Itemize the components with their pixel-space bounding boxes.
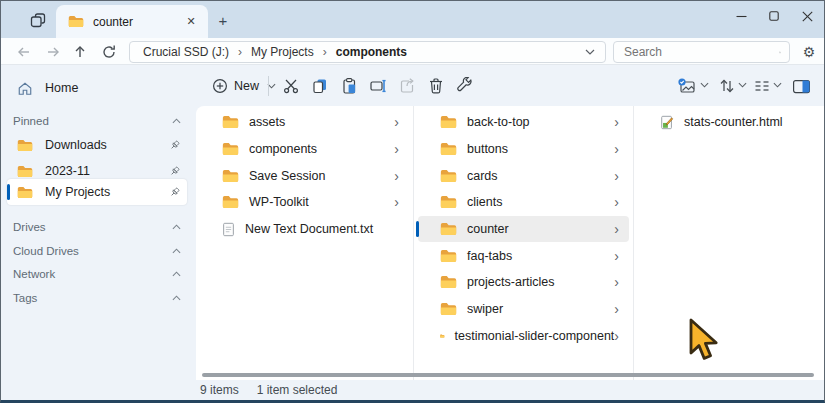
chevron-up-icon[interactable] <box>172 224 181 230</box>
breadcrumb-folder[interactable]: My Projects <box>251 45 314 59</box>
search-box[interactable] <box>613 41 790 63</box>
settings-gear-icon[interactable]: ⚙ <box>797 41 821 63</box>
refresh-button[interactable] <box>98 41 120 63</box>
mouse-cursor <box>687 318 721 366</box>
folder-icon <box>440 275 457 289</box>
file-row[interactable]: New Text Document.txt <box>200 216 409 243</box>
horizontal-scrollbar[interactable] <box>202 373 814 377</box>
filter-view-button[interactable] <box>674 73 700 99</box>
file-row[interactable]: clients › <box>418 189 629 216</box>
address-bar[interactable]: Crucial SSD (J:) › My Projects › compone… <box>129 41 606 63</box>
address-dropdown-icon[interactable] <box>585 49 595 55</box>
wrench-icon <box>456 77 474 95</box>
file-row[interactable]: faq-tabs › <box>418 242 629 269</box>
file-row-label: cards <box>467 169 614 183</box>
tab-overview-icon[interactable] <box>27 9 49 31</box>
tab-counter[interactable]: counter ✕ <box>56 5 208 38</box>
minimize-button[interactable] <box>724 1 758 31</box>
sidebar-item-home[interactable]: Home <box>7 75 187 101</box>
forward-button[interactable] <box>42 41 64 63</box>
pin-icon <box>168 139 181 152</box>
file-row[interactable]: stats-counter.html <box>638 109 820 136</box>
file-row[interactable]: swiper › <box>418 296 629 323</box>
filter-badge-icon <box>677 77 697 95</box>
chevron-up-icon[interactable] <box>172 271 181 277</box>
column-divider <box>633 106 634 380</box>
properties-button[interactable] <box>452 73 478 99</box>
chevron-right-icon: › <box>394 142 399 156</box>
file-row[interactable]: Save Session › <box>200 162 409 189</box>
new-button-label: New <box>234 79 259 93</box>
file-row-label: faq-tabs <box>467 249 614 263</box>
file-row-label: WP-Toolkit <box>249 195 394 209</box>
breadcrumb-drive[interactable]: Crucial SSD (J:) <box>143 45 229 59</box>
sort-icon <box>718 77 736 95</box>
chevron-right-icon: › <box>394 195 399 209</box>
file-row-label: New Text Document.txt <box>245 222 399 236</box>
rename-button[interactable] <box>365 73 391 99</box>
folder-icon <box>440 329 445 343</box>
copy-button[interactable] <box>307 73 333 99</box>
file-row[interactable]: WP-Toolkit › <box>200 189 409 216</box>
chevron-down-icon[interactable] <box>773 82 782 88</box>
delete-button[interactable] <box>423 73 449 99</box>
file-row-label: Save Session <box>249 169 394 183</box>
file-row[interactable]: testimonial-slider-component › <box>418 323 629 350</box>
file-row-label: clients <box>467 195 614 209</box>
column-1: assets › components › Save Session › WP-… <box>196 109 413 242</box>
sort-button[interactable] <box>714 73 740 99</box>
preview-pane-toggle[interactable] <box>788 73 814 99</box>
sidebar-item-downloads[interactable]: Downloads <box>7 132 187 158</box>
tab-close-icon[interactable]: ✕ <box>182 13 200 31</box>
paste-icon <box>340 77 358 95</box>
breadcrumb-current[interactable]: components <box>336 45 407 59</box>
folder-icon <box>440 195 457 209</box>
back-button[interactable] <box>13 41 35 63</box>
file-row-counter-selected[interactable]: counter › <box>418 216 629 243</box>
sidebar-section-network[interactable]: Network <box>13 265 181 283</box>
file-row-label: testimonial-slider-component <box>455 329 615 343</box>
folder-icon <box>17 165 33 178</box>
chevron-right-icon: › <box>614 195 619 209</box>
file-row[interactable]: cards › <box>418 162 629 189</box>
file-row-label: swiper <box>467 302 614 316</box>
folder-icon <box>440 249 457 263</box>
file-row[interactable]: projects-articles › <box>418 269 629 296</box>
text-file-icon <box>222 222 235 237</box>
close-button[interactable] <box>790 1 824 31</box>
search-input[interactable] <box>624 45 779 59</box>
paste-button[interactable] <box>336 73 362 99</box>
search-icon <box>779 46 781 59</box>
new-tab-button[interactable]: + <box>213 10 233 30</box>
maximize-button[interactable] <box>757 1 791 31</box>
file-list-panel: assets › components › Save Session › WP-… <box>196 106 824 380</box>
up-button[interactable] <box>69 41 91 63</box>
sidebar-section-tags[interactable]: Tags <box>13 289 181 307</box>
sidebar-item-label: 2023-11 <box>45 164 168 178</box>
file-row[interactable]: assets › <box>200 109 409 136</box>
sidebar-section-drives[interactable]: Drives <box>13 218 181 236</box>
chevron-up-icon[interactable] <box>172 295 181 301</box>
copy-icon <box>311 77 329 95</box>
rename-icon <box>369 77 387 95</box>
column-3: stats-counter.html <box>634 109 824 136</box>
chevron-up-icon[interactable] <box>172 118 181 124</box>
sidebar-section-cloud-drives[interactable]: Cloud Drives <box>13 242 181 260</box>
chevron-right-icon: › <box>614 115 619 129</box>
new-button[interactable]: New <box>204 72 284 100</box>
share-button[interactable] <box>394 73 420 99</box>
file-row[interactable]: components › <box>200 136 409 163</box>
sidebar-section-pinned[interactable]: Pinned <box>13 112 181 130</box>
folder-icon <box>17 186 33 199</box>
file-row[interactable]: buttons › <box>418 136 629 163</box>
file-explorer-window: counter ✕ + Crucial SSD (J:) <box>0 0 825 403</box>
sidebar-item-my-projects[interactable]: My Projects <box>7 179 187 205</box>
toolbar: New <box>196 65 824 106</box>
chevron-right-icon: › <box>394 115 399 129</box>
chevron-down-icon[interactable] <box>700 82 709 88</box>
chevron-up-icon[interactable] <box>172 248 181 254</box>
chevron-down-icon[interactable] <box>738 82 747 88</box>
file-row[interactable]: back-to-top › <box>418 109 629 136</box>
layout-view-button[interactable] <box>749 73 775 99</box>
cut-button[interactable] <box>278 73 304 99</box>
